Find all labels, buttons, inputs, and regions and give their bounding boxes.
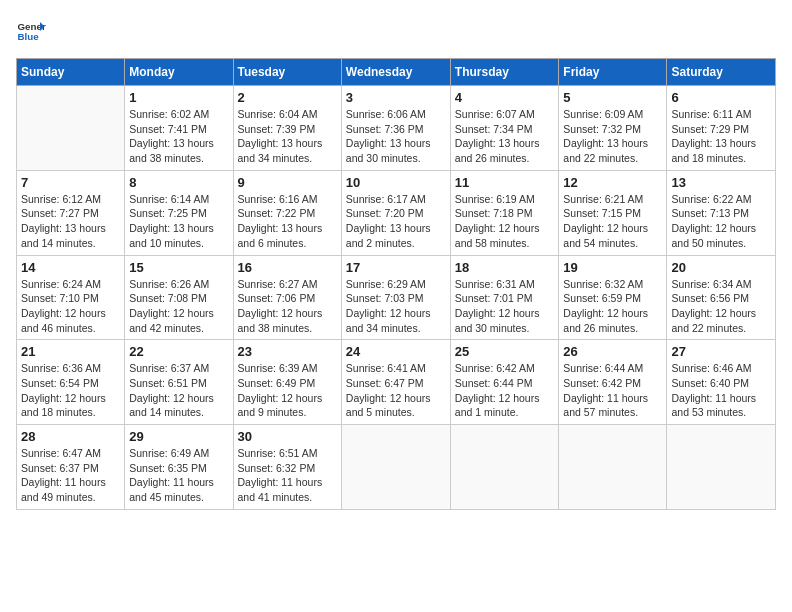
day-info: Sunrise: 6:31 AMSunset: 7:01 PMDaylight:… [455,277,555,336]
day-number: 8 [129,175,228,190]
logo-icon: General Blue [16,16,46,46]
day-info: Sunrise: 6:42 AMSunset: 6:44 PMDaylight:… [455,361,555,420]
svg-text:Blue: Blue [18,31,40,42]
day-info: Sunrise: 6:32 AMSunset: 6:59 PMDaylight:… [563,277,662,336]
calendar-cell: 12Sunrise: 6:21 AMSunset: 7:15 PMDayligh… [559,170,667,255]
calendar-cell: 9Sunrise: 6:16 AMSunset: 7:22 PMDaylight… [233,170,341,255]
day-number: 10 [346,175,446,190]
day-info: Sunrise: 6:39 AMSunset: 6:49 PMDaylight:… [238,361,337,420]
calendar-cell: 8Sunrise: 6:14 AMSunset: 7:25 PMDaylight… [125,170,233,255]
day-info: Sunrise: 6:24 AMSunset: 7:10 PMDaylight:… [21,277,120,336]
calendar-day-header: Monday [125,59,233,86]
day-info: Sunrise: 6:17 AMSunset: 7:20 PMDaylight:… [346,192,446,251]
day-info: Sunrise: 6:49 AMSunset: 6:35 PMDaylight:… [129,446,228,505]
calendar-cell [559,425,667,510]
calendar-cell: 20Sunrise: 6:34 AMSunset: 6:56 PMDayligh… [667,255,776,340]
calendar-cell: 1Sunrise: 6:02 AMSunset: 7:41 PMDaylight… [125,86,233,171]
day-info: Sunrise: 6:19 AMSunset: 7:18 PMDaylight:… [455,192,555,251]
calendar-cell: 10Sunrise: 6:17 AMSunset: 7:20 PMDayligh… [341,170,450,255]
day-number: 5 [563,90,662,105]
calendar-cell: 25Sunrise: 6:42 AMSunset: 6:44 PMDayligh… [450,340,559,425]
day-number: 12 [563,175,662,190]
day-info: Sunrise: 6:12 AMSunset: 7:27 PMDaylight:… [21,192,120,251]
calendar-cell: 3Sunrise: 6:06 AMSunset: 7:36 PMDaylight… [341,86,450,171]
calendar-day-header: Wednesday [341,59,450,86]
calendar-table: SundayMondayTuesdayWednesdayThursdayFrid… [16,58,776,510]
calendar-cell: 26Sunrise: 6:44 AMSunset: 6:42 PMDayligh… [559,340,667,425]
calendar-cell: 14Sunrise: 6:24 AMSunset: 7:10 PMDayligh… [17,255,125,340]
day-number: 17 [346,260,446,275]
day-info: Sunrise: 6:47 AMSunset: 6:37 PMDaylight:… [21,446,120,505]
day-number: 27 [671,344,771,359]
calendar-cell: 29Sunrise: 6:49 AMSunset: 6:35 PMDayligh… [125,425,233,510]
day-number: 9 [238,175,337,190]
day-info: Sunrise: 6:14 AMSunset: 7:25 PMDaylight:… [129,192,228,251]
calendar-cell: 5Sunrise: 6:09 AMSunset: 7:32 PMDaylight… [559,86,667,171]
day-info: Sunrise: 6:41 AMSunset: 6:47 PMDaylight:… [346,361,446,420]
day-number: 16 [238,260,337,275]
day-number: 11 [455,175,555,190]
day-info: Sunrise: 6:21 AMSunset: 7:15 PMDaylight:… [563,192,662,251]
calendar-cell: 17Sunrise: 6:29 AMSunset: 7:03 PMDayligh… [341,255,450,340]
calendar-cell: 15Sunrise: 6:26 AMSunset: 7:08 PMDayligh… [125,255,233,340]
day-number: 22 [129,344,228,359]
day-info: Sunrise: 6:34 AMSunset: 6:56 PMDaylight:… [671,277,771,336]
logo: General Blue [16,16,46,46]
day-info: Sunrise: 6:51 AMSunset: 6:32 PMDaylight:… [238,446,337,505]
day-info: Sunrise: 6:22 AMSunset: 7:13 PMDaylight:… [671,192,771,251]
day-info: Sunrise: 6:27 AMSunset: 7:06 PMDaylight:… [238,277,337,336]
day-number: 25 [455,344,555,359]
calendar-cell: 16Sunrise: 6:27 AMSunset: 7:06 PMDayligh… [233,255,341,340]
day-number: 20 [671,260,771,275]
day-info: Sunrise: 6:07 AMSunset: 7:34 PMDaylight:… [455,107,555,166]
day-number: 2 [238,90,337,105]
day-number: 19 [563,260,662,275]
calendar-day-header: Thursday [450,59,559,86]
day-number: 13 [671,175,771,190]
calendar-day-header: Friday [559,59,667,86]
calendar-cell [17,86,125,171]
day-info: Sunrise: 6:06 AMSunset: 7:36 PMDaylight:… [346,107,446,166]
calendar-cell: 18Sunrise: 6:31 AMSunset: 7:01 PMDayligh… [450,255,559,340]
calendar-cell: 30Sunrise: 6:51 AMSunset: 6:32 PMDayligh… [233,425,341,510]
calendar-cell: 27Sunrise: 6:46 AMSunset: 6:40 PMDayligh… [667,340,776,425]
day-number: 23 [238,344,337,359]
calendar-cell: 7Sunrise: 6:12 AMSunset: 7:27 PMDaylight… [17,170,125,255]
day-info: Sunrise: 6:44 AMSunset: 6:42 PMDaylight:… [563,361,662,420]
day-number: 29 [129,429,228,444]
day-number: 30 [238,429,337,444]
calendar-cell: 13Sunrise: 6:22 AMSunset: 7:13 PMDayligh… [667,170,776,255]
day-number: 1 [129,90,228,105]
day-info: Sunrise: 6:11 AMSunset: 7:29 PMDaylight:… [671,107,771,166]
day-number: 14 [21,260,120,275]
day-number: 21 [21,344,120,359]
day-number: 18 [455,260,555,275]
calendar-cell: 21Sunrise: 6:36 AMSunset: 6:54 PMDayligh… [17,340,125,425]
day-number: 7 [21,175,120,190]
calendar-cell [341,425,450,510]
day-info: Sunrise: 6:46 AMSunset: 6:40 PMDaylight:… [671,361,771,420]
calendar-cell [450,425,559,510]
calendar-cell: 19Sunrise: 6:32 AMSunset: 6:59 PMDayligh… [559,255,667,340]
day-info: Sunrise: 6:02 AMSunset: 7:41 PMDaylight:… [129,107,228,166]
day-number: 24 [346,344,446,359]
day-number: 15 [129,260,228,275]
calendar-cell: 22Sunrise: 6:37 AMSunset: 6:51 PMDayligh… [125,340,233,425]
calendar-day-header: Tuesday [233,59,341,86]
calendar-day-header: Sunday [17,59,125,86]
day-number: 28 [21,429,120,444]
day-info: Sunrise: 6:26 AMSunset: 7:08 PMDaylight:… [129,277,228,336]
calendar-cell [667,425,776,510]
calendar-day-header: Saturday [667,59,776,86]
calendar-cell: 11Sunrise: 6:19 AMSunset: 7:18 PMDayligh… [450,170,559,255]
calendar-cell: 28Sunrise: 6:47 AMSunset: 6:37 PMDayligh… [17,425,125,510]
day-number: 6 [671,90,771,105]
calendar-cell: 2Sunrise: 6:04 AMSunset: 7:39 PMDaylight… [233,86,341,171]
day-info: Sunrise: 6:09 AMSunset: 7:32 PMDaylight:… [563,107,662,166]
day-number: 26 [563,344,662,359]
day-info: Sunrise: 6:36 AMSunset: 6:54 PMDaylight:… [21,361,120,420]
day-info: Sunrise: 6:37 AMSunset: 6:51 PMDaylight:… [129,361,228,420]
calendar-cell: 6Sunrise: 6:11 AMSunset: 7:29 PMDaylight… [667,86,776,171]
day-info: Sunrise: 6:04 AMSunset: 7:39 PMDaylight:… [238,107,337,166]
calendar-cell: 23Sunrise: 6:39 AMSunset: 6:49 PMDayligh… [233,340,341,425]
